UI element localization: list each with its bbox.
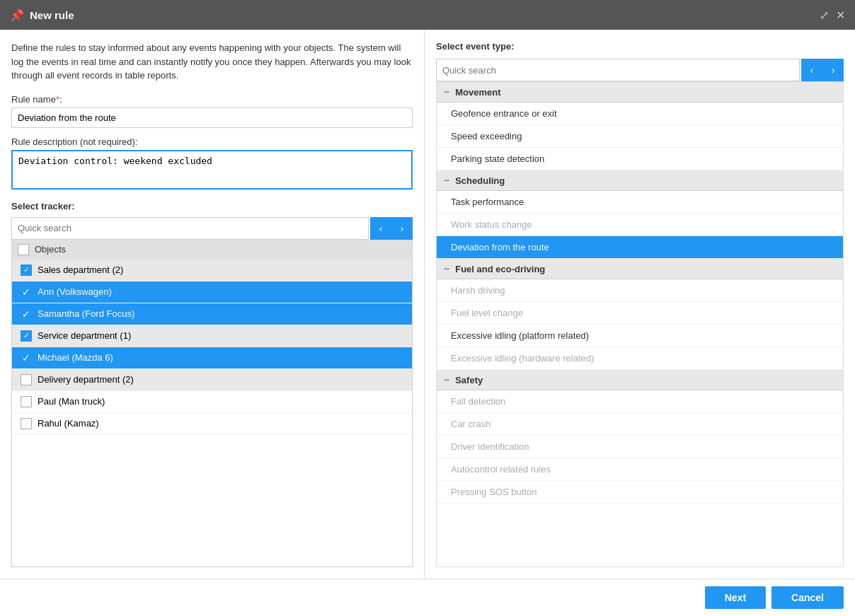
service-label: Service department (1) xyxy=(38,330,131,341)
event-driver-id[interactable]: Driver identification xyxy=(437,436,843,458)
tracker-item-rahul[interactable]: Rahul (Kamaz) xyxy=(12,413,412,435)
objects-label: Objects xyxy=(35,244,66,255)
movement-label: Movement xyxy=(455,87,500,98)
event-geofence[interactable]: Geofence entrance or exit xyxy=(437,103,843,125)
tracker-group-delivery[interactable]: Delivery department (2) xyxy=(12,369,412,391)
fuel-label: Fuel and eco-driving xyxy=(455,264,545,274)
event-speed[interactable]: Speed exceeding xyxy=(437,125,843,148)
movement-collapse-icon[interactable]: − xyxy=(444,86,449,98)
close-button[interactable]: ✕ xyxy=(836,8,845,22)
tracker-search-input[interactable] xyxy=(11,217,369,240)
event-search-input[interactable] xyxy=(436,59,800,81)
new-rule-dialog: 📌 New rule ⤢ ✕ Define the rules to stay … xyxy=(0,0,855,616)
sales-label: Sales department (2) xyxy=(38,265,123,275)
description-text: Define the rules to stay informed about … xyxy=(11,41,413,83)
delivery-checkbox[interactable] xyxy=(21,374,32,385)
tracker-search-row: ‹ › xyxy=(11,217,413,240)
titlebar-left: 📌 New rule xyxy=(10,8,74,22)
rule-desc-label: Rule description (not required): xyxy=(11,136,413,147)
cancel-button[interactable]: Cancel xyxy=(771,586,844,609)
paul-label: Paul (Man truck) xyxy=(38,396,105,407)
left-panel: Define the rules to stay informed about … xyxy=(0,30,425,579)
michael-checkbox[interactable]: ✓ xyxy=(21,352,32,364)
tracker-group-sales[interactable]: ✓ Sales department (2) xyxy=(12,260,412,281)
rahul-label: Rahul (Kamaz) xyxy=(38,418,99,429)
tracker-group-service[interactable]: ✓ Service department (1) xyxy=(12,325,412,347)
michael-label: Michael (Mazda 6) xyxy=(38,352,113,363)
event-harsh[interactable]: Harsh driving xyxy=(437,279,843,302)
objects-header: Objects xyxy=(12,240,412,260)
delivery-label: Delivery department (2) xyxy=(38,374,134,385)
event-search-row: ‹ › xyxy=(436,59,844,81)
tracker-section-title: Select tracker: xyxy=(11,201,413,211)
safety-label: Safety xyxy=(455,375,483,385)
titlebar-right: ⤢ ✕ xyxy=(820,8,845,22)
tracker-item-paul[interactable]: Paul (Man truck) xyxy=(12,391,412,413)
pin-icon: 📌 xyxy=(10,8,24,22)
ann-checkbox[interactable]: ✓ xyxy=(21,286,32,298)
ann-label: Ann (Volkswagen) xyxy=(38,286,112,297)
fuel-collapse-icon[interactable]: − xyxy=(444,263,449,274)
event-excessive-hardware[interactable]: Excessive idling (hardware related) xyxy=(437,347,843,370)
category-safety: − Safety xyxy=(437,370,843,390)
category-fuel: − Fuel and eco-driving xyxy=(437,259,843,279)
rule-desc-input[interactable]: Deviation control: weekend excluded xyxy=(11,150,413,190)
event-list: − Movement Geofence entrance or exit Spe… xyxy=(436,81,844,567)
event-type-label: Select event type: xyxy=(436,41,844,52)
service-checkbox[interactable]: ✓ xyxy=(21,330,32,342)
titlebar: 📌 New rule ⤢ ✕ xyxy=(0,0,855,30)
tracker-item-michael[interactable]: ✓ Michael (Mazda 6) xyxy=(12,347,412,369)
event-next-button[interactable]: › xyxy=(822,59,844,81)
paul-checkbox[interactable] xyxy=(21,396,32,407)
required-marker: * xyxy=(56,94,59,105)
samantha-checkbox[interactable]: ✓ xyxy=(21,308,32,320)
dialog-title: New rule xyxy=(30,9,74,21)
event-excessive-platform[interactable]: Excessive idling (platform related) xyxy=(437,325,843,347)
event-car-crash[interactable]: Car crash xyxy=(437,413,843,436)
event-autocontrol[interactable]: Autocontrol related rules xyxy=(437,458,843,481)
rahul-checkbox[interactable] xyxy=(21,418,32,429)
category-movement: − Movement xyxy=(437,82,843,103)
right-panel: Select event type: ‹ › − Movement Geofen… xyxy=(425,30,855,579)
event-task[interactable]: Task performance xyxy=(437,191,843,214)
event-deviation[interactable]: Deviation from the route xyxy=(437,236,843,259)
rule-name-label: Rule name*: xyxy=(11,94,413,105)
event-work-status[interactable]: Work status change xyxy=(437,214,843,236)
event-fuel-level[interactable]: Fuel level change xyxy=(437,302,843,325)
event-parking[interactable]: Parking state detection xyxy=(437,148,843,170)
samantha-label: Samantha (Ford Focus) xyxy=(38,308,134,319)
event-sos[interactable]: Pressing SOS button xyxy=(437,481,843,504)
event-prev-button[interactable]: ‹ xyxy=(801,59,822,81)
tracker-list: Objects ✓ Sales department (2) ✓ Ann (Vo… xyxy=(11,240,413,568)
safety-collapse-icon[interactable]: − xyxy=(444,374,449,385)
dialog-footer: Next Cancel xyxy=(0,579,855,616)
objects-checkbox[interactable] xyxy=(18,244,29,255)
rule-name-input[interactable] xyxy=(11,107,413,128)
tracker-next-button[interactable]: › xyxy=(391,217,413,240)
tracker-item-samantha[interactable]: ✓ Samantha (Ford Focus) xyxy=(12,303,412,325)
dialog-body: Define the rules to stay informed about … xyxy=(0,30,855,579)
scheduling-collapse-icon[interactable]: − xyxy=(444,175,449,186)
tracker-prev-button[interactable]: ‹ xyxy=(370,217,391,240)
category-scheduling: − Scheduling xyxy=(437,170,843,191)
collapse-button[interactable]: ⤢ xyxy=(820,8,829,22)
scheduling-label: Scheduling xyxy=(455,175,505,186)
sales-checkbox[interactable]: ✓ xyxy=(21,265,32,276)
tracker-item-ann[interactable]: ✓ Ann (Volkswagen) xyxy=(12,281,412,303)
event-fall[interactable]: Fall detection xyxy=(437,390,843,413)
next-button[interactable]: Next xyxy=(705,586,766,609)
